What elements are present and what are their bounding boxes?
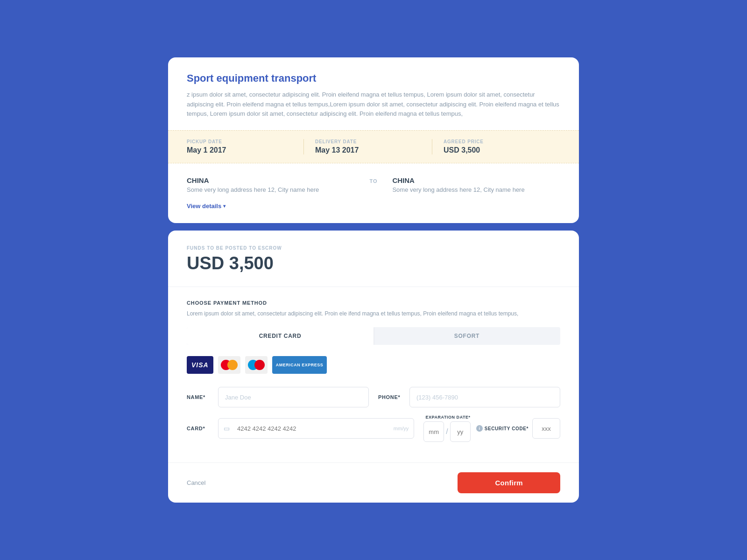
- maestro-logo: [245, 356, 268, 374]
- delivery-info: DELIVERY DATE May 13 2017: [315, 139, 432, 154]
- card-expiry-row: CARD* ▭ mm/yy EXPARATION DATE* /: [187, 415, 560, 442]
- from-address: Some very long address here 12, City nam…: [187, 186, 355, 193]
- info-banner: PICKUP DATE May 1 2017 DELIVERY DATE May…: [168, 130, 579, 163]
- expiry-label: EXPARATION DATE*: [426, 415, 471, 420]
- top-card-description: z ipsum dolor sit amet, consectetur adip…: [187, 90, 560, 119]
- bottom-actions: Cancel Confirm: [168, 462, 579, 503]
- expiry-separator: /: [446, 427, 448, 436]
- mae-red-circle: [254, 360, 265, 370]
- name-input[interactable]: [218, 387, 369, 407]
- card-logos: VISA AMERICAN EXPRESS: [187, 356, 560, 374]
- top-card-title: Sport equipment transport: [187, 72, 560, 84]
- phone-label: PHONE*: [378, 394, 404, 400]
- cancel-button[interactable]: Cancel: [187, 476, 205, 490]
- delivery-value: May 13 2017: [315, 146, 421, 154]
- expiry-fields: /: [423, 421, 470, 442]
- view-details-label: View details: [187, 203, 221, 210]
- security-group: i SECURITY CODE*: [476, 418, 560, 439]
- expiry-security-group: EXPARATION DATE* / i SECURITY CODE*: [423, 415, 560, 442]
- payment-tabs: CREDIT CARD SOFORT: [187, 327, 560, 345]
- pickup-label: PICKUP DATE: [187, 139, 292, 144]
- mc-orange-circle: [227, 360, 238, 370]
- to-address: Some very long address here 12, City nam…: [392, 186, 560, 193]
- name-phone-row: NAME* PHONE*: [187, 387, 560, 407]
- expiry-year-input[interactable]: [450, 421, 471, 442]
- amex-logo: AMERICAN EXPRESS: [272, 356, 327, 374]
- escrow-amount: USD 3,500: [187, 253, 560, 273]
- pickup-info: PICKUP DATE May 1 2017: [187, 139, 304, 154]
- phone-group: PHONE*: [378, 387, 560, 407]
- delivery-label: DELIVERY DATE: [315, 139, 421, 144]
- card-group: CARD* ▭ mm/yy: [187, 418, 414, 439]
- to-label: TO: [355, 176, 393, 184]
- to-address-block: CHINA Some very long address here 12, Ci…: [392, 176, 560, 193]
- tab-credit-card[interactable]: CREDIT CARD: [187, 327, 374, 345]
- address-section: CHINA Some very long address here 12, Ci…: [187, 163, 560, 193]
- chevron-down-icon: ▾: [223, 203, 226, 209]
- top-card: Sport equipment transport z ipsum dolor …: [168, 57, 579, 223]
- mastercard-logo: [218, 356, 240, 374]
- visa-logo: VISA: [187, 356, 213, 374]
- card-number-input[interactable]: [218, 418, 414, 439]
- main-container: Sport equipment transport z ipsum dolor …: [168, 57, 579, 503]
- card-label: CARD*: [187, 426, 212, 431]
- payment-title: CHOOSE PAYMENT METHOD: [187, 300, 560, 306]
- tab-sofort[interactable]: SOFORT: [374, 327, 560, 345]
- bottom-card: FUNDS TO BE POSTED TO ESCROW USD 3,500 C…: [168, 231, 579, 503]
- phone-input[interactable]: [409, 387, 560, 407]
- to-country: CHINA: [392, 176, 560, 184]
- price-info: AGREED PRICE USD 3,500: [444, 139, 560, 154]
- info-icon[interactable]: i: [476, 425, 483, 432]
- view-details-link[interactable]: View details ▾: [187, 203, 226, 210]
- from-country: CHINA: [187, 176, 355, 184]
- pickup-value: May 1 2017: [187, 146, 292, 154]
- name-label: NAME*: [187, 394, 212, 400]
- security-label: SECURITY CODE*: [485, 426, 529, 431]
- price-label: AGREED PRICE: [444, 139, 549, 144]
- card-input-wrapper: ▭ mm/yy: [218, 418, 414, 439]
- card-expiry-hint: mm/yy: [394, 426, 409, 431]
- escrow-label: FUNDS TO BE POSTED TO ESCROW: [187, 245, 560, 251]
- credit-card-icon: ▭: [224, 425, 230, 432]
- expiry-month-input[interactable]: [423, 421, 444, 442]
- payment-description: Lorem ipsum dolor sit amet, consectetur …: [187, 309, 560, 318]
- payment-section: CHOOSE PAYMENT METHOD Lorem ipsum dolor …: [187, 287, 560, 462]
- security-code-input[interactable]: [532, 418, 560, 439]
- from-address-block: CHINA Some very long address here 12, Ci…: [187, 176, 355, 193]
- price-value: USD 3,500: [444, 146, 549, 154]
- security-label-group: i SECURITY CODE*: [476, 425, 529, 432]
- name-group: NAME*: [187, 387, 369, 407]
- confirm-button[interactable]: Confirm: [458, 472, 560, 493]
